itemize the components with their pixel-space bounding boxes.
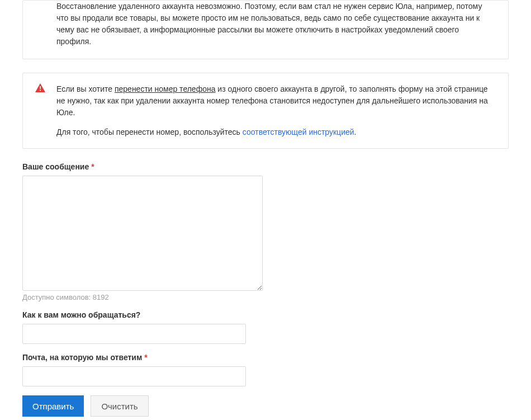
alert-p1: Если вы хотите перенести номер телефона … <box>56 83 494 119</box>
name-label: Как к вам можно обращаться? <box>22 310 509 319</box>
name-input[interactable] <box>22 324 246 344</box>
warning-icon <box>35 83 45 92</box>
alert-p2-prefix: Для того, чтобы перенести номер, восполь… <box>56 128 243 136</box>
info-text: Восстановление удаленного аккаунта невоз… <box>56 1 494 48</box>
required-mark: * <box>144 353 147 362</box>
required-mark: * <box>91 162 94 171</box>
alert-p2-suffix: . <box>354 128 357 136</box>
chars-available-hint: Доступно символов: 8192 <box>22 293 509 301</box>
email-input[interactable] <box>22 366 246 386</box>
email-label-text: Почта, на которую мы ответим <box>22 353 142 362</box>
instruction-link[interactable]: соответствующей инструкцией <box>243 128 354 136</box>
message-label-text: Ваше сообщение <box>22 162 89 171</box>
svg-rect-0 <box>40 86 41 89</box>
alert-p1-prefix: Если вы хотите <box>56 84 115 93</box>
reset-button[interactable]: Очистить <box>91 395 148 417</box>
alert-box: Если вы хотите перенести номер телефона … <box>22 73 509 149</box>
alert-p2: Для того, чтобы перенести номер, восполь… <box>56 126 494 138</box>
submit-button[interactable]: Отправить <box>22 395 84 417</box>
message-label: Ваше сообщение * <box>22 162 509 171</box>
message-textarea[interactable] <box>22 176 263 291</box>
email-label: Почта, на которую мы ответим * <box>22 353 509 362</box>
svg-rect-1 <box>40 90 41 91</box>
button-row: Отправить Очистить <box>22 395 509 417</box>
info-box: Восстановление удаленного аккаунта невоз… <box>22 0 509 59</box>
alert-p1-underline: перенести номер телефона <box>115 84 216 93</box>
